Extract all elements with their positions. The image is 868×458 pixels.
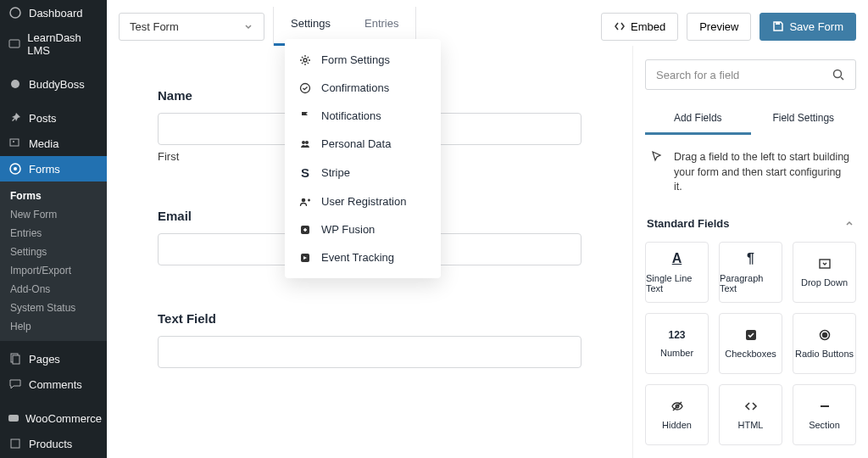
fieldbtn-label: Radio Buttons — [795, 349, 854, 359]
fieldbtn-section[interactable]: Section — [793, 384, 856, 445]
fieldbtn-html[interactable]: HTML — [719, 384, 782, 445]
media-icon — [7, 137, 24, 150]
sidebar-label: Dashboard — [29, 7, 83, 20]
sidebar-label: Forms — [29, 163, 60, 176]
preview-button[interactable]: Preview — [687, 13, 751, 41]
fieldbtn-single-line[interactable]: ASingle Line Text — [645, 242, 709, 303]
dd-personal-data[interactable]: Personal Data — [285, 130, 441, 158]
sidebar-item-media[interactable]: Media — [0, 131, 107, 156]
dd-wp-fusion[interactable]: WP Fusion — [285, 215, 441, 243]
section-standard-fields[interactable]: Standard Fields — [645, 210, 856, 242]
fieldbtn-label: HTML — [738, 420, 764, 430]
fieldbtn-hidden[interactable]: Hidden — [645, 384, 709, 445]
fieldbtn-paragraph[interactable]: ¶Paragraph Text — [719, 242, 782, 303]
sidebar-item-pages[interactable]: Pages — [0, 346, 107, 371]
field-search[interactable]: Search for a field — [645, 59, 856, 90]
fieldbtn-radio[interactable]: Radio Buttons — [793, 313, 856, 374]
svg-point-26 — [822, 332, 826, 337]
section-icon — [818, 399, 832, 413]
svg-point-16 — [301, 83, 310, 92]
button-label: Save Form — [789, 20, 843, 33]
field-grid: ASingle Line Text ¶Paragraph Text Drop D… — [645, 242, 856, 445]
pin-icon — [7, 111, 24, 125]
dd-user-registration[interactable]: User Registration — [285, 187, 441, 215]
code-icon — [614, 20, 626, 32]
svg-point-6 — [14, 167, 17, 170]
dd-label: WP Fusion — [321, 223, 375, 236]
sidebar-item-products[interactable]: Products — [0, 431, 107, 456]
submenu-add-ons[interactable]: Add-Ons — [0, 280, 107, 299]
dd-stripe[interactable]: SStripe — [285, 158, 441, 187]
text-input[interactable] — [158, 336, 581, 368]
radio-icon — [818, 328, 832, 342]
field-text[interactable]: Text Field — [158, 311, 581, 368]
content-row: Name First Email Text Field Search for a… — [107, 46, 868, 458]
form-selector-label: Test Form — [130, 20, 179, 33]
fieldbtn-label: Paragraph Text — [720, 273, 782, 293]
check-circle-icon — [298, 82, 312, 94]
event-icon — [298, 252, 312, 264]
buddyboss-icon — [7, 77, 24, 91]
fieldbtn-label: Section — [809, 420, 840, 430]
dd-form-settings[interactable]: Form Settings — [285, 46, 441, 74]
submenu-entries[interactable]: Entries — [0, 224, 107, 243]
submenu-import-export[interactable]: Import/Export — [0, 261, 107, 280]
fieldbtn-label: Drop Down — [801, 277, 848, 288]
hint-text: Drag a field to the left to start buildi… — [674, 150, 851, 195]
dd-notifications[interactable]: Notifications — [285, 102, 441, 130]
gear-icon — [298, 54, 312, 66]
wp-admin-sidebar: Dashboard LearnDash LMS BuddyBoss Posts … — [0, 0, 107, 458]
sidebar-label: Pages — [29, 353, 60, 366]
sidebar-label: LearnDash LMS — [27, 31, 100, 57]
submenu-help[interactable]: Help — [0, 317, 107, 336]
svg-point-2 — [11, 80, 19, 88]
main-area: Test Form Settings Entries Embed Preview… — [107, 0, 868, 458]
fieldbtn-label: Number — [660, 348, 693, 358]
save-button[interactable]: Save Form — [760, 13, 856, 41]
form-selector[interactable]: Test Form — [119, 13, 264, 41]
cursor-icon — [650, 150, 664, 164]
sidebar-item-woocommerce[interactable]: WooCommerce — [0, 405, 107, 431]
svg-point-15 — [303, 59, 307, 62]
ptab-add-fields[interactable]: Add Fields — [645, 103, 751, 135]
learndash-icon — [7, 37, 22, 51]
wpfusion-icon — [298, 224, 312, 236]
comments-icon — [7, 377, 24, 391]
settings-dropdown: Form Settings Confirmations Notification… — [285, 39, 441, 278]
fieldbtn-label: Single Line Text — [646, 273, 708, 293]
submenu-forms[interactable]: Forms — [0, 187, 107, 205]
submenu-new-form[interactable]: New Form — [0, 205, 107, 224]
user-plus-icon — [298, 196, 312, 208]
forms-icon — [7, 162, 24, 176]
svg-rect-10 — [11, 439, 19, 448]
fieldbtn-dropdown[interactable]: Drop Down — [793, 242, 856, 303]
svg-point-19 — [302, 198, 306, 202]
sidebar-item-comments[interactable]: Comments — [0, 371, 107, 397]
sidebar-item-posts[interactable]: Posts — [0, 105, 107, 131]
hidden-icon — [670, 399, 684, 413]
sidebar-item-learndash[interactable]: LearnDash LMS — [0, 25, 107, 63]
sidebar-label: Comments — [29, 378, 82, 391]
flag-icon — [298, 110, 312, 122]
svg-rect-8 — [13, 355, 19, 364]
fieldbtn-label: Hidden — [662, 420, 692, 430]
ptab-field-settings[interactable]: Field Settings — [751, 103, 857, 135]
save-icon — [772, 20, 784, 32]
submenu-system-status[interactable]: System Status — [0, 299, 107, 317]
dashboard-icon — [7, 6, 24, 20]
fieldbtn-checkboxes[interactable]: Checkboxes — [719, 313, 782, 374]
sidebar-label: Products — [29, 438, 72, 450]
fieldbtn-number[interactable]: 123Number — [645, 313, 709, 374]
dd-label: Confirmations — [321, 81, 389, 94]
sidebar-item-buddyboss[interactable]: BuddyBoss — [0, 71, 107, 97]
sidebar-item-dashboard[interactable]: Dashboard — [0, 0, 107, 25]
dd-confirmations[interactable]: Confirmations — [285, 74, 441, 102]
submenu-settings[interactable]: Settings — [0, 243, 107, 261]
dd-event-tracking[interactable]: Event Tracking — [285, 243, 441, 271]
embed-button[interactable]: Embed — [601, 13, 678, 41]
svg-rect-1 — [9, 40, 19, 47]
section-title: Standard Fields — [647, 217, 730, 230]
sidebar-item-forms[interactable]: Forms — [0, 156, 107, 182]
checkbox-icon — [744, 328, 758, 342]
number-icon: 123 — [668, 329, 685, 341]
